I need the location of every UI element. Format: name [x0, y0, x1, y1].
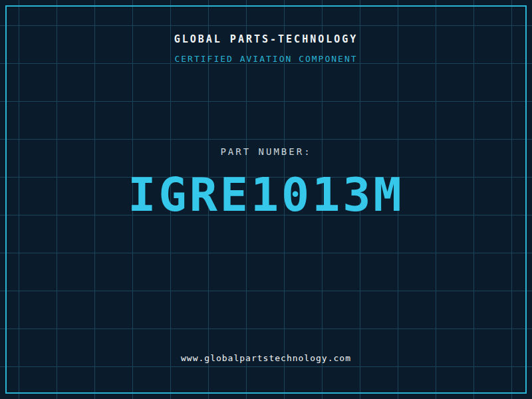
part-number-value: IGRE1013M — [0, 168, 532, 222]
brand-title: GLOBAL PARTS-TECHNOLOGY — [0, 33, 532, 45]
website-url: www.globalpartstechnology.com — [0, 353, 532, 363]
blueprint-canvas: GLOBAL PARTS-TECHNOLOGY CERTIFIED AVIATI… — [0, 0, 532, 399]
part-number-label: PART NUMBER: — [0, 146, 532, 157]
certification-subtitle: CERTIFIED AVIATION COMPONENT — [0, 54, 532, 64]
